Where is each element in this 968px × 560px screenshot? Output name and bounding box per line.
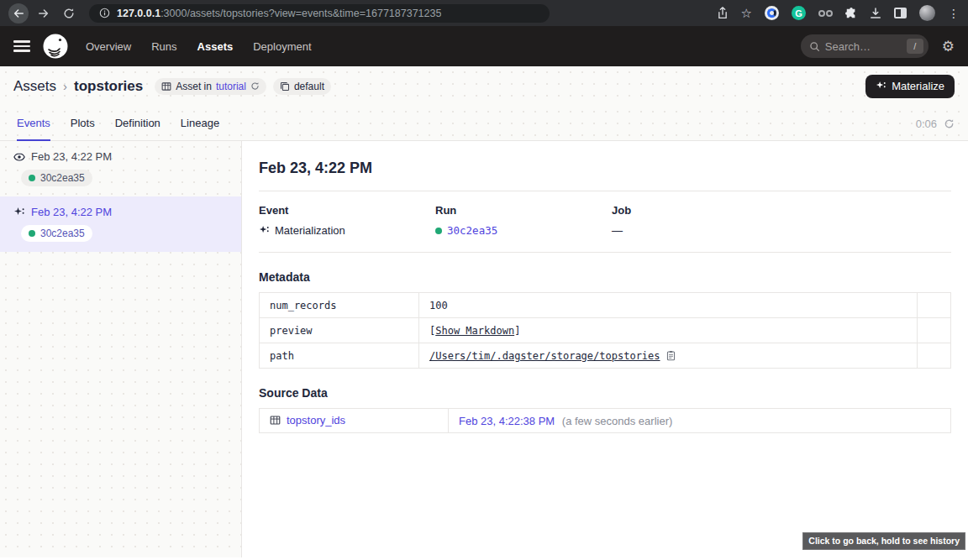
source-asset-link[interactable]: topstory_ids — [270, 414, 345, 427]
source-timestamp[interactable]: Feb 23, 4:22:38 PM — [459, 415, 555, 427]
event-list-item-observation[interactable]: Feb 23, 4:22 PM 30c2ea35 — [0, 141, 241, 196]
asset-tags: Asset in tutorial default — [155, 78, 331, 95]
metadata-spacer-cell — [918, 318, 951, 343]
browser-menu-icon[interactable]: ⋮ — [948, 7, 960, 20]
side-panel-icon[interactable] — [894, 8, 907, 18]
event-type-value: Materialization — [275, 224, 345, 237]
metadata-spacer-cell — [918, 293, 951, 318]
browser-chrome: 127.0.0.1:3000/assets/topstories?view=ev… — [0, 0, 968, 26]
url-path: :3000/assets/topstories?view=events&time… — [160, 8, 441, 19]
asset-job-tag[interactable]: Asset in tutorial — [155, 78, 266, 95]
search-icon — [809, 41, 820, 52]
breadcrumb-assets-link[interactable]: Assets — [13, 78, 56, 95]
run-status-dot — [29, 230, 35, 237]
metadata-table: num_records 100 preview [Show Markdown] … — [259, 292, 951, 369]
run-id: 30c2ea35 — [40, 172, 85, 184]
run-status-dot — [435, 228, 442, 234]
source-relative-time: (a few seconds earlier) — [562, 415, 673, 427]
asset-tabs: Events Plots Definition Lineage 0:06 — [0, 106, 968, 141]
table-row: preview [Show Markdown] — [260, 318, 951, 343]
browser-toolbar-right: ☆ G ⋮ — [717, 5, 960, 21]
event-detail-panel: Feb 23, 4:22 PM Event Materialization Ru… — [242, 141, 968, 557]
show-markdown-link[interactable]: Show Markdown — [435, 325, 514, 337]
table-grid-icon — [270, 415, 281, 426]
nav-item-assets[interactable]: Assets — [197, 40, 234, 53]
path-link[interactable]: /Users/tim/.dagster/storage/topstories — [429, 350, 660, 362]
event-summary-columns: Event Materialization Run 30c2ea35 Job — — [259, 191, 951, 252]
run-id-tag[interactable]: 30c2ea35 — [21, 170, 92, 186]
refresh-timer: 0:06 — [916, 118, 955, 130]
extensions-puzzle-icon[interactable] — [845, 8, 857, 19]
run-id-link[interactable]: 30c2ea35 — [447, 224, 497, 237]
sparkle-icon — [876, 81, 886, 92]
hamburger-menu-icon[interactable] — [13, 40, 30, 52]
metadata-value: 100 — [419, 293, 918, 318]
materialize-button[interactable]: Materialize — [865, 75, 955, 98]
breadcrumb: Assets › topstories — [13, 78, 143, 95]
search-input[interactable]: Search… / — [801, 34, 929, 58]
run-column: Run 30c2ea35 — [435, 204, 612, 237]
event-detail-title: Feb 23, 4:22 PM — [259, 160, 951, 177]
event-timestamp: Feb 23, 4:22 PM — [31, 206, 112, 218]
asset-group-tag[interactable]: default — [273, 78, 331, 95]
share-icon[interactable] — [717, 7, 729, 19]
nav-item-deployment[interactable]: Deployment — [253, 40, 311, 53]
clipboard-icon[interactable] — [666, 350, 676, 361]
run-id-tag[interactable]: 30c2ea35 — [21, 225, 92, 242]
tab-lineage[interactable]: Lineage — [181, 117, 219, 141]
nav-item-overview[interactable]: Overview — [86, 40, 131, 53]
asset-page-header: Assets › topstories Asset in tutorial de… — [0, 66, 968, 106]
download-icon[interactable] — [870, 8, 881, 19]
refresh-countdown: 0:06 — [916, 118, 937, 130]
browser-profile-avatar[interactable] — [919, 5, 935, 21]
tab-events[interactable]: Events — [17, 117, 50, 141]
extension-goggles-icon[interactable] — [818, 10, 833, 17]
source-data-table: topstory_ids Feb 23, 4:22:38 PM (a few s… — [259, 408, 951, 433]
eye-icon — [13, 151, 25, 163]
event-column: Event Materialization — [259, 204, 435, 237]
source-time-cell: Feb 23, 4:22:38 PM (a few seconds earlie… — [449, 409, 951, 433]
bookmark-star-icon[interactable]: ☆ — [741, 6, 752, 21]
divider — [259, 252, 951, 253]
table-row: num_records 100 — [260, 293, 951, 318]
refresh-icon[interactable] — [944, 118, 955, 129]
metadata-key: preview — [260, 318, 419, 343]
source-asset-cell: topstory_ids — [260, 409, 449, 433]
nav-item-runs[interactable]: Runs — [151, 40, 176, 53]
event-column-label: Event — [259, 204, 435, 217]
tab-plots[interactable]: Plots — [71, 117, 95, 141]
url-host: 127.0.0.1 — [117, 8, 160, 19]
browser-back-button[interactable] — [8, 3, 29, 24]
source-data-heading: Source Data — [259, 386, 951, 400]
materialize-button-label: Materialize — [892, 80, 944, 92]
browser-back-tooltip: Click to go back, hold to see history — [802, 532, 965, 550]
asset-job-tag-prefix: Asset in — [176, 81, 212, 92]
search-shortcut-badge: / — [907, 39, 923, 54]
run-status-dot — [29, 175, 35, 181]
gear-icon[interactable]: ⚙ — [942, 39, 955, 54]
refresh-icon[interactable] — [250, 81, 260, 91]
event-list-item-materialization[interactable]: Feb 23, 4:22 PM 30c2ea35 — [0, 196, 241, 252]
job-value: — — [612, 224, 623, 237]
site-info-icon[interactable] — [99, 8, 110, 18]
copy-stack-icon — [280, 81, 290, 92]
metadata-key: path — [260, 343, 419, 369]
search-placeholder: Search… — [825, 40, 902, 53]
tab-definition[interactable]: Definition — [115, 117, 160, 141]
sparkle-icon — [259, 225, 270, 236]
browser-forward-button[interactable] — [34, 3, 54, 24]
url-bar[interactable]: 127.0.0.1:3000/assets/topstories?view=ev… — [89, 4, 550, 23]
asset-job-tag-link[interactable]: tutorial — [216, 81, 246, 92]
browser-reload-button[interactable] — [59, 3, 79, 24]
source-asset-name: topstory_ids — [287, 414, 345, 427]
table-grid-icon — [161, 81, 171, 92]
job-column-label: Job — [612, 204, 788, 217]
extension-grammarly-icon[interactable]: G — [792, 6, 806, 20]
metadata-spacer-cell — [918, 343, 951, 369]
event-timestamp: Feb 23, 4:22 PM — [31, 150, 112, 163]
job-column: Job — — [612, 204, 788, 237]
bracket: ] — [514, 325, 520, 337]
asset-group-tag-label: default — [294, 81, 324, 92]
extension-icon-1[interactable] — [765, 6, 779, 20]
dagster-logo[interactable] — [42, 33, 69, 60]
